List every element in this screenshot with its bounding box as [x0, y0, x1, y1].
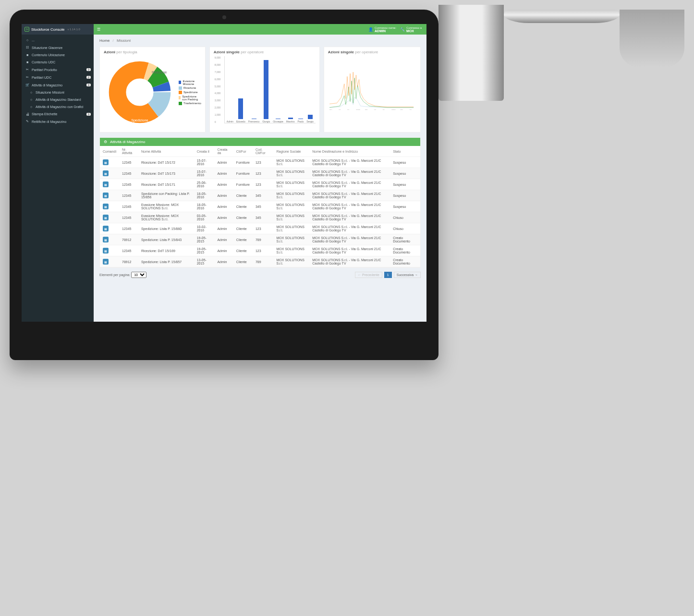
brand[interactable]: Sf Stockforce Console v 1.14.1.0 [22, 24, 94, 35]
row-command-button[interactable]: ▦ [103, 193, 109, 198]
sidebar-icon: ○ [29, 98, 33, 101]
brand-name: Stockforce Console [31, 27, 64, 32]
table-cell: Admin [214, 212, 233, 223]
sidebar-item-9[interactable]: ○Attività di Magazzino con Grafici [22, 103, 94, 110]
row-command-button[interactable]: ▦ [103, 181, 109, 187]
table-cell: MOX SOLUTIONS S.r.l. - Via G. Marconi 21… [309, 245, 390, 256]
sidebar-item-6[interactable]: 🛒Attività di Magazzino3 [22, 81, 94, 89]
table-cell: MOX SOLUTIONS S.r.l. - Via G. Marconi 21… [309, 179, 390, 190]
breadcrumb-home[interactable]: Home [99, 38, 110, 43]
app-screen: Sf Stockforce Console v 1.14.1.0 ☰ 👤 Con… [22, 24, 426, 322]
sidebar-item-0[interactable]: ○... [22, 36, 94, 44]
bar-col: Admin [227, 119, 233, 123]
sidebar-item-7[interactable]: ○Situazione Missioni [22, 89, 94, 96]
row-command-button[interactable]: ▦ [103, 237, 109, 242]
user-icon: 👤 [368, 27, 373, 32]
bar-label: Admin [227, 120, 233, 123]
row-command-button[interactable]: ▦ [103, 204, 109, 209]
table-header[interactable]: Stato [390, 146, 420, 157]
topbar-conn-name: MOX [406, 29, 422, 33]
table-cell: MOX SOLUTIONS S.r.l. [274, 223, 310, 234]
legend-item: Trasferimento [179, 102, 201, 105]
table-header[interactable]: Cli/For [233, 146, 253, 157]
topbar-user[interactable]: 👤 Connesso come: ADMIN [368, 26, 396, 33]
sidebar-label: Partitari Prodotto [32, 68, 57, 72]
card-azioni-tipologia: Azioni per tipologia Ricezione [99, 47, 206, 133]
bar-col: Giuseppe [273, 119, 283, 123]
sidebar-item-2[interactable]: ■Contenuto Ubicazione [22, 51, 94, 59]
sidebar-icon: ■ [25, 53, 29, 57]
sidebar-badge: 3 [86, 84, 91, 86]
row-command-button[interactable]: ▦ [103, 159, 109, 165]
table-header[interactable]: Nome Destinazione e Indirizzo [309, 146, 390, 157]
table-header[interactable]: Cod. Cli/For [253, 146, 274, 157]
legend-swatch [179, 102, 182, 105]
wrench-icon: 🔧 [400, 27, 405, 32]
card-azioni-operatore-line: Azioni singole per operatore 2014AprilJu… [324, 47, 421, 133]
legend-label: Spedizione [183, 91, 198, 94]
sidebar-label: Rettifiche di Magazzino [32, 120, 66, 123]
table-cell: Chiuso [390, 223, 420, 234]
sidebar-label: Situazione Giacenze [32, 46, 62, 49]
row-command-button[interactable]: ▦ [103, 226, 109, 231]
svg-text:July: July [382, 109, 385, 110]
sidebar-item-10[interactable]: 🖨Stampa Etichette3 [22, 110, 94, 118]
table-cell: Spedizione con Packing: Lista P. 15/856 [138, 190, 194, 201]
sidebar-item-8[interactable]: ○Attività di Magazzino Standard [22, 96, 94, 103]
content: Home / Missioni Azioni per tipologia [94, 35, 426, 322]
sidebar-item-3[interactable]: ■Contenuto UDC [22, 59, 94, 66]
table-cell: 15-07-2016 [194, 168, 215, 179]
gear-icon[interactable]: ⚙ [104, 140, 107, 144]
table-cell: 03-05-2016 [194, 212, 215, 223]
bar-label: Francesco [248, 120, 259, 123]
donut-label-spedizione: Spedizione [131, 119, 148, 122]
per-page-label: Elementi per pagina: [99, 273, 130, 277]
table-header[interactable]: Nr. Attività [119, 146, 138, 157]
table-cell: 25-06-2016 [194, 179, 215, 190]
sidebar-icon: ○ [29, 91, 33, 94]
pager-page-1[interactable]: 1 [384, 272, 392, 278]
breadcrumb-sep: / [113, 38, 114, 43]
table-cell: Admin [214, 190, 233, 201]
table-header[interactable]: Comandi [100, 146, 119, 157]
row-command-button[interactable]: ▦ [103, 259, 109, 265]
row-command-button[interactable]: ▦ [103, 248, 109, 254]
menu-toggle-button[interactable]: ☰ [94, 27, 103, 32]
card-azioni-operatore-bar: Azioni singole per operatore 9,0008,0007… [209, 47, 320, 133]
svg-text:2016: 2016 [400, 109, 403, 110]
bar-col: Maurizo [286, 118, 295, 123]
topbar-user-name: ADMIN [375, 29, 396, 33]
table-cell: Creato Documento [390, 256, 420, 267]
bar [264, 60, 268, 119]
per-page-select[interactable]: 10 [131, 272, 146, 278]
pager-prev[interactable]: ← Precedente [355, 272, 382, 278]
breadcrumb: Home / Missioni [94, 35, 426, 47]
card2-sub: per operatore [241, 50, 264, 54]
sidebar-item-1[interactable]: ☷Situazione Giacenze [22, 44, 94, 51]
table-header[interactable]: Creata da [214, 146, 233, 157]
pager-next[interactable]: Successiva → [394, 272, 421, 278]
table-cell: MOX SOLUTIONS S.r.l. [274, 179, 310, 190]
table-cell: 12345 [119, 157, 138, 168]
bar-y-ticks: 9,0008,0007,0006,0005,0004,0003,0002,000… [215, 56, 221, 123]
table-header[interactable]: Nome Attività [138, 146, 194, 157]
bar [308, 115, 313, 119]
row-command-button[interactable]: ▦ [103, 170, 109, 176]
row-command-button[interactable]: ▦ [103, 215, 109, 220]
sidebar-icon: ■ [25, 60, 29, 64]
bar [276, 119, 280, 119]
bar-col: Francesco [248, 119, 259, 123]
table-cell: 19-05-2015 [194, 234, 215, 245]
sidebar-item-4[interactable]: ✂Partitari Prodotto3 [22, 66, 94, 73]
topbar-user-label: Connesso come: [375, 26, 396, 29]
table-footer: Elementi per pagina: 10 ← Precedente 1 S… [94, 270, 426, 282]
table-cell: Ricezione: DdT 15/171 [138, 179, 194, 190]
sidebar-item-5[interactable]: ✂Partitari UDC2 [22, 73, 94, 81]
table-header[interactable]: Creata il [194, 146, 215, 157]
table-row: ▦12345Evasione Missione: MOX SOLUTIONS S… [100, 201, 420, 212]
topbar-connection[interactable]: 🔧 Connesso a MOX [400, 26, 422, 33]
sidebar-item-11[interactable]: ✎Rettifiche di Magazzino [22, 118, 94, 125]
table-header[interactable]: Ragione Sociale [274, 146, 310, 157]
table-cell: MOX SOLUTIONS S.r.l. - Via G. Marconi 21… [309, 223, 390, 234]
sidebar-badge: 2 [86, 76, 91, 79]
